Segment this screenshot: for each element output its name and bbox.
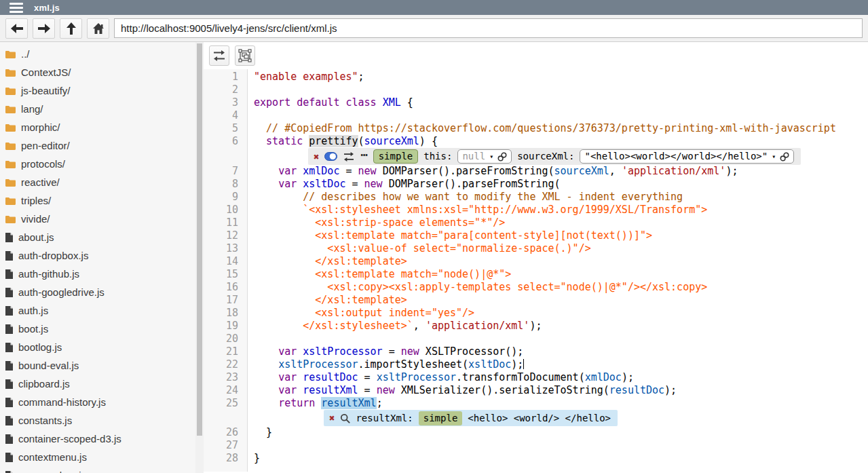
close-icon[interactable]: ✖ bbox=[329, 413, 335, 423]
toggle-on-icon[interactable] bbox=[324, 152, 337, 161]
code-line[interactable]: 9 // describes how we want to modify the… bbox=[204, 191, 868, 204]
sidebar-file-item[interactable]: about.js bbox=[0, 228, 195, 246]
sidebar-file-item[interactable]: constants.js bbox=[0, 411, 195, 430]
code-line[interactable]: 17 </xsl:template> bbox=[204, 294, 868, 307]
code-text[interactable]: </xsl:template> bbox=[248, 294, 407, 307]
code-text[interactable] bbox=[248, 83, 254, 96]
sidebar-file-item[interactable]: bootlog.js bbox=[0, 338, 195, 356]
code-text[interactable]: <xsl:output indent="yes"/> bbox=[248, 307, 474, 320]
code-line[interactable]: 21 var xsltProcessor = new XSLTProcessor… bbox=[204, 345, 868, 358]
code-line[interactable]: 22 xsltProcessor.importStylesheet(xsltDo… bbox=[204, 358, 868, 371]
code-text[interactable]: var resultXml = new XMLSerializer().seri… bbox=[248, 384, 677, 397]
code-line[interactable]: 11 <xsl:strip-space elements="*"/> bbox=[204, 216, 868, 229]
code-text[interactable]: var resultDoc = xsltProcessor.transformT… bbox=[248, 371, 634, 384]
link-icon[interactable] bbox=[497, 152, 507, 162]
bounds-button[interactable] bbox=[235, 45, 255, 66]
code-text[interactable]: <xsl:template match="para[content-style]… bbox=[248, 229, 652, 242]
code-line[interactable]: 15 <xsl:template match="node()|@*"> bbox=[204, 268, 868, 281]
back-button[interactable] bbox=[5, 18, 28, 39]
code-line[interactable]: 6 static prettify(sourceXml) { bbox=[204, 135, 868, 148]
code-line[interactable]: 24 var resultXml = new XMLSerializer().s… bbox=[204, 384, 868, 397]
sidebar-file-item[interactable]: auth-googledrive.js bbox=[0, 283, 195, 301]
code-line[interactable]: 5 // #CopiedFrom https://stackoverflow.c… bbox=[204, 122, 868, 135]
code-text[interactable] bbox=[248, 333, 254, 345]
code-line[interactable]: 27 bbox=[204, 439, 868, 452]
sidebar-folder-item[interactable]: lang/ bbox=[0, 100, 195, 118]
code-area[interactable]: 1"enable examples";23export default clas… bbox=[204, 69, 868, 472]
code-text[interactable]: </xsl:template> bbox=[248, 255, 407, 268]
code-text[interactable]: <xsl:template match="node()|@*"> bbox=[248, 268, 511, 281]
hamburger-icon[interactable] bbox=[10, 3, 23, 13]
code-line[interactable]: 18 <xsl:output indent="yes"/> bbox=[204, 307, 868, 320]
code-text[interactable]: var xsltDoc = new DOMParser().parseFromS… bbox=[248, 178, 561, 191]
home-button[interactable] bbox=[87, 18, 109, 39]
code-line[interactable]: 25 return resultXml; bbox=[204, 397, 868, 410]
code-line[interactable]: 2 bbox=[204, 83, 868, 96]
sidebar-file-item[interactable]: clipboard.js bbox=[0, 375, 195, 393]
ellipsis-icon[interactable]: ⋯ bbox=[360, 149, 367, 161]
code-line[interactable]: 7 var xmlDoc = new DOMParser().parseFrom… bbox=[204, 165, 868, 178]
code-text[interactable]: </xsl:stylesheet>`, 'application/xml'); bbox=[248, 320, 542, 333]
sidebar-file-item[interactable]: auth.js bbox=[0, 301, 195, 320]
code-text[interactable]: <xsl:copy><xsl:apply-templates select="n… bbox=[248, 281, 707, 294]
sidebar-folder-item[interactable]: ContextJS/ bbox=[0, 63, 195, 81]
sidebar-folder-item[interactable]: reactive/ bbox=[0, 173, 195, 191]
swap-arrows-icon[interactable] bbox=[343, 152, 355, 162]
url-input[interactable] bbox=[114, 18, 863, 38]
code-line[interactable]: 1"enable examples"; bbox=[204, 71, 868, 83]
sidebar-scrollbar[interactable] bbox=[195, 42, 204, 473]
probe-mode-badge[interactable]: simple bbox=[419, 411, 463, 425]
code-text[interactable]: // #CopiedFrom https://stackoverflow.com… bbox=[248, 122, 836, 135]
code-text[interactable]: } bbox=[248, 452, 260, 465]
sidebar-folder-item[interactable]: ../ bbox=[0, 45, 195, 63]
probe-mode-badge[interactable]: simple bbox=[373, 149, 419, 164]
code-text[interactable]: <xsl:value-of select="normalize-space(.)… bbox=[248, 242, 591, 255]
this-value-dropdown[interactable]: null ▾ bbox=[457, 149, 512, 164]
forward-button[interactable] bbox=[33, 18, 55, 39]
code-line[interactable]: 8 var xsltDoc = new DOMParser().parseFro… bbox=[204, 178, 868, 191]
code-line[interactable]: 28} bbox=[204, 452, 868, 465]
code-text[interactable]: <xsl:strip-space elements="*"/> bbox=[248, 216, 505, 229]
sidebar-file-item[interactable]: contextmenu.js bbox=[0, 448, 195, 466]
code-text[interactable]: export default class XML { bbox=[248, 96, 413, 109]
sourcexml-value-dropdown[interactable]: "<hello><world></world></hello>" ▾ bbox=[580, 149, 794, 164]
code-text[interactable]: return resultXml; bbox=[248, 397, 383, 410]
close-icon[interactable]: ✖ bbox=[314, 152, 319, 162]
sidebar-scrollbar-thumb[interactable] bbox=[197, 43, 202, 436]
sidebar-folder-item[interactable]: js-beautify/ bbox=[0, 81, 195, 100]
code-text[interactable] bbox=[248, 439, 254, 452]
code-text[interactable]: var xmlDoc = new DOMParser().parseFromSt… bbox=[248, 165, 738, 178]
sidebar-folder-item[interactable]: vivide/ bbox=[0, 210, 195, 228]
code-line[interactable]: 10 `<xsl:stylesheet xmlns:xsl="http://ww… bbox=[204, 204, 868, 216]
sidebar-folder-item[interactable]: morphic/ bbox=[0, 118, 195, 136]
search-icon[interactable] bbox=[340, 413, 350, 423]
code-line[interactable]: 19 </xsl:stylesheet>`, 'application/xml'… bbox=[204, 320, 868, 333]
code-text[interactable]: // describes how we want to modify the X… bbox=[248, 191, 683, 204]
code-lines[interactable]: 1"enable examples";23export default clas… bbox=[204, 69, 868, 465]
sidebar-folder-item[interactable]: pen-editor/ bbox=[0, 136, 195, 155]
sidebar-folder-item[interactable]: triples/ bbox=[0, 191, 195, 210]
sidebar-file-item[interactable]: boot.js bbox=[0, 320, 195, 338]
sidebar-file-item[interactable]: auth-github.js bbox=[0, 265, 195, 283]
code-line[interactable]: 16 <xsl:copy><xsl:apply-templates select… bbox=[204, 281, 868, 294]
code-text[interactable]: `<xsl:stylesheet xmlns:xsl="http://www.w… bbox=[248, 204, 707, 216]
link-icon[interactable] bbox=[780, 152, 789, 162]
code-line[interactable]: 13 <xsl:value-of select="normalize-space… bbox=[204, 242, 868, 255]
code-line[interactable]: 4 bbox=[204, 109, 868, 122]
code-text[interactable]: var xsltProcessor = new XSLTProcessor(); bbox=[248, 345, 523, 358]
code-line[interactable]: 20 bbox=[204, 333, 868, 345]
sidebar-file-item[interactable]: container-scoped-d3.js bbox=[0, 430, 195, 448]
code-text[interactable]: "enable examples"; bbox=[248, 71, 364, 83]
code-line[interactable]: 12 <xsl:template match="para[content-sty… bbox=[204, 229, 868, 242]
sidebar-file-item[interactable]: bound-eval.js bbox=[0, 356, 195, 375]
sidebar-file-item[interactable]: auth-dropbox.js bbox=[0, 246, 195, 265]
sidebar-folder-item[interactable]: protocols/ bbox=[0, 155, 195, 173]
code-text[interactable]: static prettify(sourceXml) { bbox=[248, 135, 438, 148]
up-button[interactable] bbox=[60, 18, 82, 39]
sidebar-file-item[interactable]: crayoncolors.js bbox=[0, 466, 195, 473]
swap-button[interactable] bbox=[209, 45, 229, 66]
code-line[interactable]: 14 </xsl:template> bbox=[204, 255, 868, 268]
code-text[interactable] bbox=[248, 109, 254, 122]
code-text[interactable]: } bbox=[248, 426, 272, 439]
sidebar-file-item[interactable]: command-history.js bbox=[0, 393, 195, 411]
